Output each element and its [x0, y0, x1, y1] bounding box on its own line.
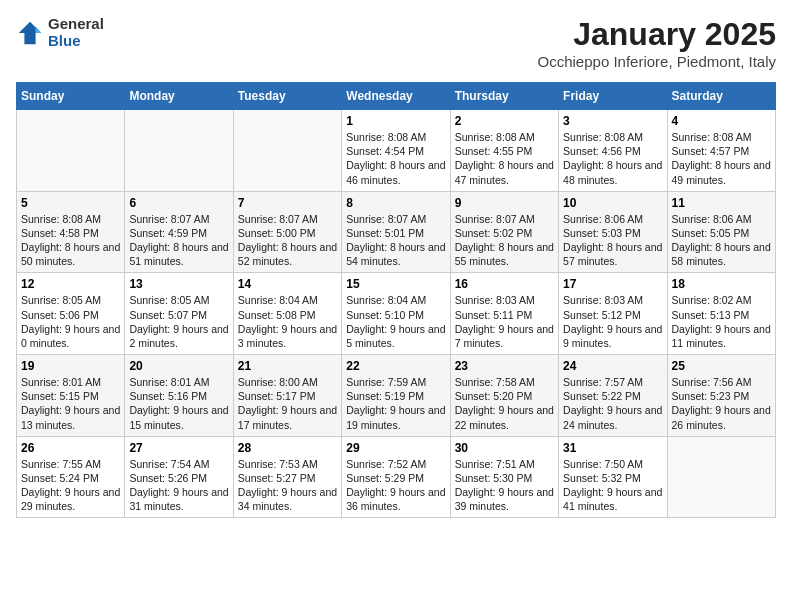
calendar-cell: [125, 110, 233, 192]
calendar-cell: 28Sunrise: 7:53 AM Sunset: 5:27 PM Dayli…: [233, 436, 341, 518]
calendar-cell: 11Sunrise: 8:06 AM Sunset: 5:05 PM Dayli…: [667, 191, 775, 273]
calendar-cell: 6Sunrise: 8:07 AM Sunset: 4:59 PM Daylig…: [125, 191, 233, 273]
calendar-cell: 8Sunrise: 8:07 AM Sunset: 5:01 PM Daylig…: [342, 191, 450, 273]
day-number: 12: [21, 277, 120, 291]
day-number: 9: [455, 196, 554, 210]
calendar-week-row: 5Sunrise: 8:08 AM Sunset: 4:58 PM Daylig…: [17, 191, 776, 273]
day-number: 6: [129, 196, 228, 210]
day-info: Sunrise: 8:07 AM Sunset: 4:59 PM Dayligh…: [129, 212, 228, 269]
day-number: 17: [563, 277, 662, 291]
day-number: 11: [672, 196, 771, 210]
calendar-week-row: 1Sunrise: 8:08 AM Sunset: 4:54 PM Daylig…: [17, 110, 776, 192]
day-number: 18: [672, 277, 771, 291]
calendar-cell: 17Sunrise: 8:03 AM Sunset: 5:12 PM Dayli…: [559, 273, 667, 355]
day-info: Sunrise: 8:08 AM Sunset: 4:57 PM Dayligh…: [672, 130, 771, 187]
day-info: Sunrise: 7:50 AM Sunset: 5:32 PM Dayligh…: [563, 457, 662, 514]
day-info: Sunrise: 8:04 AM Sunset: 5:08 PM Dayligh…: [238, 293, 337, 350]
calendar-cell: [667, 436, 775, 518]
day-number: 27: [129, 441, 228, 455]
col-header-thursday: Thursday: [450, 83, 558, 110]
calendar-cell: [17, 110, 125, 192]
col-header-sunday: Sunday: [17, 83, 125, 110]
calendar-cell: 29Sunrise: 7:52 AM Sunset: 5:29 PM Dayli…: [342, 436, 450, 518]
day-number: 26: [21, 441, 120, 455]
day-info: Sunrise: 8:06 AM Sunset: 5:03 PM Dayligh…: [563, 212, 662, 269]
day-info: Sunrise: 7:57 AM Sunset: 5:22 PM Dayligh…: [563, 375, 662, 432]
calendar-cell: 24Sunrise: 7:57 AM Sunset: 5:22 PM Dayli…: [559, 355, 667, 437]
calendar-cell: 27Sunrise: 7:54 AM Sunset: 5:26 PM Dayli…: [125, 436, 233, 518]
logo-icon: [16, 19, 44, 47]
svg-marker-1: [36, 26, 42, 33]
calendar-week-row: 26Sunrise: 7:55 AM Sunset: 5:24 PM Dayli…: [17, 436, 776, 518]
page-title: January 2025: [538, 16, 776, 53]
day-number: 14: [238, 277, 337, 291]
calendar-cell: 15Sunrise: 8:04 AM Sunset: 5:10 PM Dayli…: [342, 273, 450, 355]
col-header-friday: Friday: [559, 83, 667, 110]
title-block: January 2025 Occhieppo Inferiore, Piedmo…: [538, 16, 776, 70]
day-number: 29: [346, 441, 445, 455]
calendar-cell: 4Sunrise: 8:08 AM Sunset: 4:57 PM Daylig…: [667, 110, 775, 192]
day-info: Sunrise: 8:07 AM Sunset: 5:02 PM Dayligh…: [455, 212, 554, 269]
day-info: Sunrise: 8:04 AM Sunset: 5:10 PM Dayligh…: [346, 293, 445, 350]
col-header-tuesday: Tuesday: [233, 83, 341, 110]
calendar-cell: 21Sunrise: 8:00 AM Sunset: 5:17 PM Dayli…: [233, 355, 341, 437]
day-info: Sunrise: 7:54 AM Sunset: 5:26 PM Dayligh…: [129, 457, 228, 514]
calendar-cell: 14Sunrise: 8:04 AM Sunset: 5:08 PM Dayli…: [233, 273, 341, 355]
calendar-cell: 1Sunrise: 8:08 AM Sunset: 4:54 PM Daylig…: [342, 110, 450, 192]
calendar-cell: 2Sunrise: 8:08 AM Sunset: 4:55 PM Daylig…: [450, 110, 558, 192]
day-number: 23: [455, 359, 554, 373]
col-header-wednesday: Wednesday: [342, 83, 450, 110]
day-info: Sunrise: 7:55 AM Sunset: 5:24 PM Dayligh…: [21, 457, 120, 514]
calendar-cell: 5Sunrise: 8:08 AM Sunset: 4:58 PM Daylig…: [17, 191, 125, 273]
calendar-cell: 13Sunrise: 8:05 AM Sunset: 5:07 PM Dayli…: [125, 273, 233, 355]
day-number: 22: [346, 359, 445, 373]
day-info: Sunrise: 7:51 AM Sunset: 5:30 PM Dayligh…: [455, 457, 554, 514]
day-info: Sunrise: 8:07 AM Sunset: 5:00 PM Dayligh…: [238, 212, 337, 269]
day-info: Sunrise: 8:08 AM Sunset: 4:56 PM Dayligh…: [563, 130, 662, 187]
day-number: 4: [672, 114, 771, 128]
day-info: Sunrise: 8:03 AM Sunset: 5:12 PM Dayligh…: [563, 293, 662, 350]
col-header-saturday: Saturday: [667, 83, 775, 110]
page-header: General Blue January 2025 Occhieppo Infe…: [16, 16, 776, 70]
logo-text: General Blue: [48, 16, 104, 49]
day-info: Sunrise: 8:08 AM Sunset: 4:55 PM Dayligh…: [455, 130, 554, 187]
day-info: Sunrise: 8:08 AM Sunset: 4:54 PM Dayligh…: [346, 130, 445, 187]
day-number: 2: [455, 114, 554, 128]
logo: General Blue: [16, 16, 104, 49]
calendar-cell: 25Sunrise: 7:56 AM Sunset: 5:23 PM Dayli…: [667, 355, 775, 437]
day-number: 8: [346, 196, 445, 210]
day-number: 21: [238, 359, 337, 373]
calendar-cell: 9Sunrise: 8:07 AM Sunset: 5:02 PM Daylig…: [450, 191, 558, 273]
day-info: Sunrise: 7:56 AM Sunset: 5:23 PM Dayligh…: [672, 375, 771, 432]
day-number: 25: [672, 359, 771, 373]
day-info: Sunrise: 8:05 AM Sunset: 5:06 PM Dayligh…: [21, 293, 120, 350]
day-info: Sunrise: 7:58 AM Sunset: 5:20 PM Dayligh…: [455, 375, 554, 432]
calendar-cell: 16Sunrise: 8:03 AM Sunset: 5:11 PM Dayli…: [450, 273, 558, 355]
calendar-cell: 31Sunrise: 7:50 AM Sunset: 5:32 PM Dayli…: [559, 436, 667, 518]
calendar-header-row: SundayMondayTuesdayWednesdayThursdayFrid…: [17, 83, 776, 110]
calendar-cell: 23Sunrise: 7:58 AM Sunset: 5:20 PM Dayli…: [450, 355, 558, 437]
day-info: Sunrise: 8:07 AM Sunset: 5:01 PM Dayligh…: [346, 212, 445, 269]
day-number: 28: [238, 441, 337, 455]
calendar-cell: 7Sunrise: 8:07 AM Sunset: 5:00 PM Daylig…: [233, 191, 341, 273]
calendar-cell: 18Sunrise: 8:02 AM Sunset: 5:13 PM Dayli…: [667, 273, 775, 355]
day-info: Sunrise: 8:03 AM Sunset: 5:11 PM Dayligh…: [455, 293, 554, 350]
calendar-cell: 3Sunrise: 8:08 AM Sunset: 4:56 PM Daylig…: [559, 110, 667, 192]
calendar-table: SundayMondayTuesdayWednesdayThursdayFrid…: [16, 82, 776, 518]
day-number: 16: [455, 277, 554, 291]
calendar-cell: 12Sunrise: 8:05 AM Sunset: 5:06 PM Dayli…: [17, 273, 125, 355]
calendar-week-row: 19Sunrise: 8:01 AM Sunset: 5:15 PM Dayli…: [17, 355, 776, 437]
calendar-cell: 19Sunrise: 8:01 AM Sunset: 5:15 PM Dayli…: [17, 355, 125, 437]
calendar-cell: 22Sunrise: 7:59 AM Sunset: 5:19 PM Dayli…: [342, 355, 450, 437]
day-number: 10: [563, 196, 662, 210]
day-number: 19: [21, 359, 120, 373]
calendar-cell: 20Sunrise: 8:01 AM Sunset: 5:16 PM Dayli…: [125, 355, 233, 437]
logo-general: General: [48, 16, 104, 33]
day-info: Sunrise: 7:59 AM Sunset: 5:19 PM Dayligh…: [346, 375, 445, 432]
day-number: 7: [238, 196, 337, 210]
day-info: Sunrise: 8:08 AM Sunset: 4:58 PM Dayligh…: [21, 212, 120, 269]
day-info: Sunrise: 8:01 AM Sunset: 5:16 PM Dayligh…: [129, 375, 228, 432]
day-info: Sunrise: 7:52 AM Sunset: 5:29 PM Dayligh…: [346, 457, 445, 514]
day-number: 1: [346, 114, 445, 128]
day-number: 3: [563, 114, 662, 128]
